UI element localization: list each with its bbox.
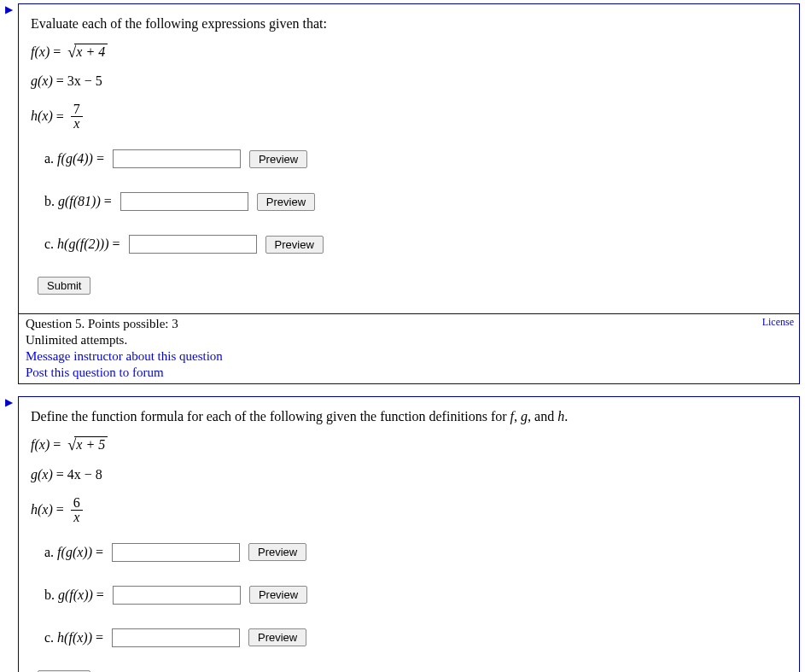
answer-input-c[interactable] (112, 628, 240, 647)
def-f: f(x)= √x + 5 (31, 436, 787, 452)
question-box: Define the function formula for each of … (18, 396, 800, 672)
license-link[interactable]: License (762, 316, 794, 329)
part-c: c.h(f(x)) = Preview (44, 626, 787, 650)
part-b: b.g(f(x)) = Preview (44, 583, 787, 607)
preview-button-a[interactable]: Preview (249, 150, 307, 168)
footer-attempts: Unlimited attempts. (26, 332, 792, 348)
part-c: c.h(g(f(2))) = Preview (44, 232, 787, 256)
answer-input-c[interactable] (129, 235, 257, 254)
answer-input-a[interactable] (113, 149, 241, 168)
preview-button-b[interactable]: Preview (257, 193, 315, 211)
def-g: g(x)=4x−8 (31, 468, 787, 482)
answer-input-a[interactable] (112, 543, 240, 562)
def-h: h(x)= 7x (31, 103, 787, 131)
question-box: Evaluate each of the following expressio… (18, 3, 800, 384)
preview-button-c[interactable]: Preview (265, 236, 324, 254)
post-to-forum-link[interactable]: Post this question to forum (26, 365, 792, 381)
submit-button[interactable]: Submit (38, 277, 90, 295)
footer-points: Question 5. Points possible: 3 (26, 316, 792, 332)
question-prompt: Evaluate each of the following expressio… (31, 16, 787, 32)
def-f: f(x)= √x + 4 (31, 44, 787, 59)
def-g: g(x)=3x−5 (31, 74, 787, 88)
message-instructor-link[interactable]: Message instructor about this question (26, 348, 792, 365)
preview-button-a[interactable]: Preview (248, 543, 306, 561)
toggle-arrow-icon[interactable]: ▶ (5, 396, 13, 409)
preview-button-c[interactable]: Preview (248, 628, 306, 646)
question-2: ▶ Define the function formula for each o… (5, 396, 800, 672)
part-a: a.f(g(4)) = Preview (44, 147, 787, 171)
question-1: ▶ Evaluate each of the following express… (5, 3, 800, 384)
def-h: h(x)= 6x (31, 497, 787, 525)
preview-button-b[interactable]: Preview (249, 586, 307, 604)
part-b: b.g(f(81)) = Preview (44, 190, 787, 213)
answer-input-b[interactable] (120, 192, 248, 211)
question-footer: License Question 5. Points possible: 3 U… (19, 313, 799, 383)
question-prompt: Define the function formula for each of … (31, 409, 787, 424)
part-a: a.f(g(x)) = Preview (44, 541, 787, 564)
toggle-arrow-icon[interactable]: ▶ (5, 3, 13, 16)
answer-input-b[interactable] (113, 586, 241, 605)
